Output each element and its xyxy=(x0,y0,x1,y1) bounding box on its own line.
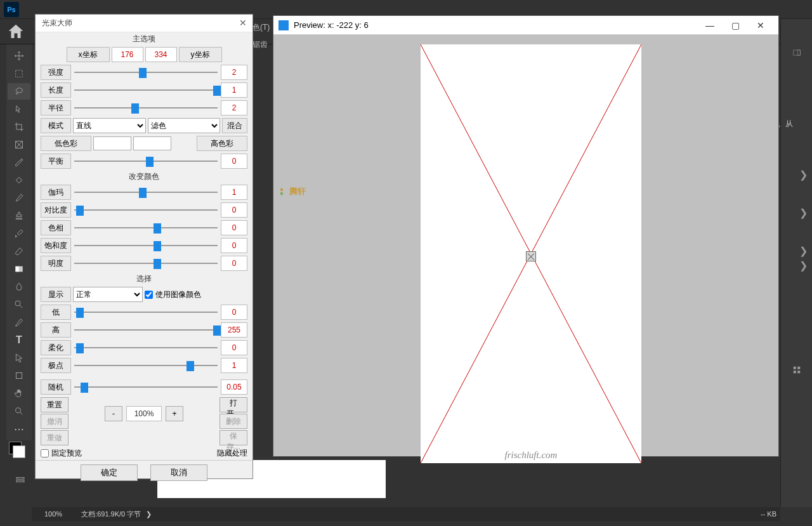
zoom-out-button[interactable]: - xyxy=(105,406,122,421)
high-slider[interactable] xyxy=(73,322,219,338)
chevron-right-icon[interactable]: ❯ xyxy=(797,259,809,272)
lock-preview-checkbox[interactable]: 固定预览 xyxy=(41,448,82,459)
svg-rect-2 xyxy=(16,177,22,183)
move-tool[interactable] xyxy=(8,48,30,64)
low-value[interactable]: 0 xyxy=(221,305,247,320)
hue-value[interactable]: 0 xyxy=(221,220,247,235)
panel-dock-icon[interactable] xyxy=(781,43,812,62)
chevron-right-icon[interactable]: ❯ xyxy=(797,168,809,181)
zoom-pct-input[interactable] xyxy=(126,406,162,421)
close-icon[interactable]: ✕ xyxy=(237,17,249,29)
dodge-tool[interactable] xyxy=(8,296,30,313)
soft-slider[interactable] xyxy=(73,340,219,355)
use-image-color-checkbox[interactable]: 使用图像颜色 xyxy=(145,289,201,300)
save-button[interactable]: 保存... xyxy=(219,430,247,445)
zoom-in-button[interactable]: + xyxy=(166,406,183,421)
more-tools[interactable]: ⋯ xyxy=(8,421,30,437)
hide-process-label[interactable]: 隐藏处理 xyxy=(217,448,247,459)
blend-combo[interactable]: 滤色 xyxy=(148,118,221,133)
pole-slider[interactable] xyxy=(73,358,219,373)
home-icon[interactable] xyxy=(6,22,25,41)
marquee-tool[interactable] xyxy=(8,65,30,82)
edit-toolbar[interactable] xyxy=(9,472,32,489)
bright-value[interactable]: 0 xyxy=(221,256,247,271)
x-coord-input[interactable] xyxy=(112,47,143,62)
preview-canvas[interactable]: frischluft.com xyxy=(421,44,641,463)
zoom-level[interactable]: 100% xyxy=(44,510,62,518)
radius-value[interactable]: 2 xyxy=(221,100,247,115)
bright-slider[interactable] xyxy=(73,256,219,271)
random-slider[interactable] xyxy=(73,379,219,395)
contrast-slider[interactable] xyxy=(73,202,219,218)
gamma-value[interactable]: 1 xyxy=(221,185,247,200)
intensity-slider[interactable] xyxy=(73,65,219,80)
svg-rect-14 xyxy=(793,371,796,373)
maximize-button[interactable]: ▢ xyxy=(723,16,748,35)
dialog-title: 光束大师 xyxy=(42,18,72,29)
blur-tool[interactable] xyxy=(8,279,30,295)
close-button[interactable]: ✕ xyxy=(748,16,773,35)
gamma-slider[interactable] xyxy=(73,185,219,200)
preview-titlebar[interactable]: Preview: x: -222 y: 6 — ▢ ✕ xyxy=(273,16,778,35)
background-swatch[interactable] xyxy=(13,445,25,458)
lasso-tool[interactable] xyxy=(8,83,30,100)
radius-slider[interactable] xyxy=(73,100,219,115)
svg-rect-10 xyxy=(793,50,800,55)
grid-icon[interactable] xyxy=(781,360,812,379)
sat-slider[interactable] xyxy=(73,238,219,253)
highcolor-swatch[interactable] xyxy=(133,136,171,150)
path-select-tool[interactable] xyxy=(8,350,30,366)
mode-combo[interactable]: 直线 xyxy=(73,118,146,133)
eraser-tool[interactable] xyxy=(8,243,30,260)
low-slider[interactable] xyxy=(73,305,219,320)
quick-select-tool[interactable] xyxy=(8,101,30,117)
chevron-right-icon[interactable]: ❯ xyxy=(797,206,809,219)
soft-value[interactable]: 0 xyxy=(221,340,247,355)
svg-rect-0 xyxy=(16,70,23,77)
eyedropper-tool[interactable] xyxy=(8,154,30,171)
shape-tool[interactable] xyxy=(8,367,30,384)
brush-tool[interactable] xyxy=(8,190,30,206)
show-combo[interactable]: 正常 xyxy=(73,287,143,302)
color-swatches[interactable] xyxy=(9,442,30,458)
svg-rect-4 xyxy=(16,266,19,272)
pole-value[interactable]: 1 xyxy=(221,358,247,373)
redo-button[interactable]: 重做 xyxy=(41,430,69,445)
frame-tool[interactable] xyxy=(8,136,30,153)
svg-point-5 xyxy=(15,301,20,306)
zoom-tool[interactable] xyxy=(8,403,30,419)
type-tool[interactable]: T xyxy=(8,332,30,348)
crop-tool[interactable] xyxy=(8,119,30,135)
random-value[interactable]: 0.05 xyxy=(221,379,247,395)
minimize-button[interactable]: — xyxy=(697,16,723,35)
undo-button[interactable]: 撤消 xyxy=(41,414,69,429)
lowcolor-swatch[interactable] xyxy=(93,136,131,150)
delete-button[interactable]: 删除 xyxy=(219,414,247,429)
watermark-text: frischluft.com xyxy=(505,450,558,461)
reset-button[interactable]: 重置 xyxy=(41,397,69,412)
history-brush-tool[interactable] xyxy=(8,225,30,242)
contrast-value[interactable]: 0 xyxy=(221,202,247,218)
cancel-button[interactable]: 取消 xyxy=(150,464,207,481)
healing-tool[interactable] xyxy=(8,172,30,188)
hue-slider[interactable] xyxy=(73,220,219,235)
high-value[interactable]: 255 xyxy=(221,322,247,338)
dialog-titlebar[interactable]: 光束大师 ✕ xyxy=(36,15,252,32)
stamp-tool[interactable] xyxy=(8,207,30,224)
length-value[interactable]: 1 xyxy=(221,82,247,98)
preview-title-text: Preview: x: -222 y: 6 xyxy=(294,20,369,30)
chevron-right-icon[interactable]: ❯ xyxy=(146,510,152,518)
open-button[interactable]: 打开... xyxy=(219,397,247,412)
chevron-right-icon[interactable]: ❯ xyxy=(797,244,809,257)
balance-slider[interactable] xyxy=(73,154,219,169)
center-marker[interactable] xyxy=(526,251,536,261)
gradient-tool[interactable] xyxy=(8,261,30,277)
length-slider[interactable] xyxy=(73,82,219,98)
pen-tool[interactable] xyxy=(8,314,30,331)
balance-value[interactable]: 0 xyxy=(221,154,247,169)
ok-button[interactable]: 确定 xyxy=(81,464,138,481)
intensity-value[interactable]: 2 xyxy=(221,65,247,80)
y-coord-input[interactable] xyxy=(145,47,177,62)
sat-value[interactable]: 0 xyxy=(221,238,247,253)
hand-tool[interactable] xyxy=(8,385,30,402)
